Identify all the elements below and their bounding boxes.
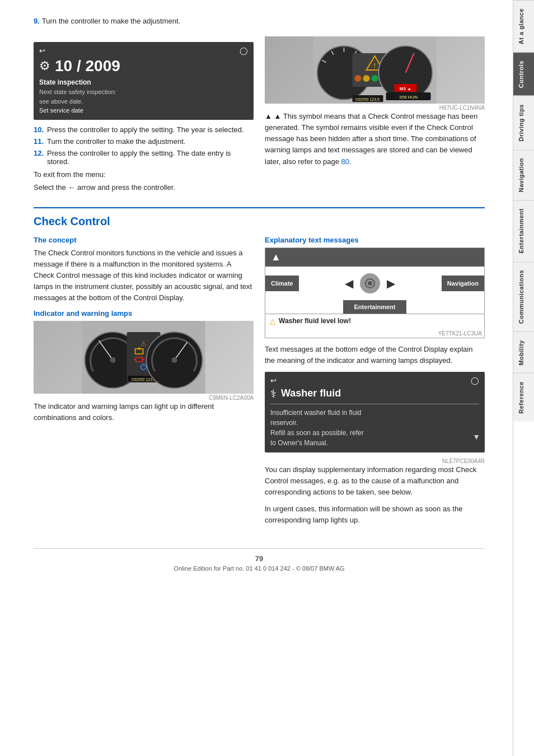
menu-dial-icon: ◯ — [240, 46, 248, 55]
control-display-note: YE7TK21-LC3UA — [265, 329, 484, 338]
washer-display-note: NLE7PCE00A4R — [265, 458, 485, 464]
step12-text: Press the controller to apply the settin… — [47, 149, 254, 166]
service-line-2: see above date. — [39, 97, 248, 106]
ctrl-entertainment-tab: Entertainment — [343, 300, 407, 314]
warning-triangle-symbol: ▲ — [265, 112, 274, 120]
explanatory-heading: Explanatory text messages — [265, 236, 485, 244]
page-number: 79 — [34, 554, 485, 563]
concept-text: The Check Control monitors functions in … — [34, 248, 254, 304]
page-ref-link[interactable]: 80 — [341, 157, 349, 166]
sidebar-tab-driving-tips[interactable]: Driving tips — [513, 96, 534, 150]
sidebar-tab-mobility[interactable]: Mobility — [513, 332, 534, 374]
cluster-caption-note: C9M6N-LC2A00A — [34, 395, 254, 401]
warning-bar-triangle-icon: △ — [270, 317, 275, 325]
warning-bar: △ Washer fluid level low! — [265, 314, 484, 328]
washer-line-3: Refill as soon as possible, refer — [270, 428, 479, 438]
cluster-image-note: H87UC-LC1N4NA — [265, 105, 485, 111]
step9-text: Turn the controller to make the adjustme… — [42, 17, 180, 25]
service-display: ↩ ◯ ⚙ 10 / 2009 State inspection Next st… — [34, 42, 254, 120]
step10-text: Press the controller to apply the settin… — [47, 125, 244, 134]
ctrl-center-icon — [360, 273, 380, 293]
svg-text:M3 ▲: M3 ▲ — [400, 86, 411, 91]
ctrl-right-arrow-icon: ▶ — [387, 277, 395, 290]
svg-point-42 — [368, 281, 372, 286]
ctrl-left-arrow-icon: ◀ — [345, 277, 353, 290]
washer-line-4: to Owner's Manual. — [270, 438, 479, 448]
svg-text:358 HUN: 358 HUN — [399, 95, 418, 100]
sidebar-tab-at-a-glance[interactable]: At a glance — [513, 0, 534, 52]
ctrl-up-arrow-icon: ▲ — [271, 251, 281, 263]
svg-text:032050  123.8: 032050 123.8 — [355, 97, 380, 101]
washer-display: ↩ ◯ ⚕ Washer fluid Insufficient washer f… — [265, 372, 485, 452]
ctrl-navigation-tab: Navigation — [442, 276, 484, 291]
washer-fluid-icon: ⚕ — [270, 387, 277, 400]
washer-line-1: Insufficient washer fluid in fluid — [270, 408, 479, 418]
section-divider — [34, 207, 485, 208]
service-wrench-icon: ⚙ — [39, 59, 50, 73]
svg-point-27 — [110, 357, 116, 363]
step11-text: Turn the controller to make the adjustme… — [47, 137, 185, 146]
control-display-image: ▲ Climate ◀ ▶ — [265, 248, 485, 338]
footer-text: Online Edition for Part no. 01 41 0 014 … — [34, 565, 485, 572]
warning-cluster-image: ! M3 ▲ — [265, 36, 485, 104]
explanatory-caption: Text messages at the bottom edge of the … — [265, 344, 485, 366]
warning-symbol-text: ▲ ▲ This symbol means that a Check Contr… — [265, 111, 485, 167]
step12-number: 12. — [34, 149, 45, 166]
step9-number: 9. — [34, 17, 40, 25]
washer-dial-icon: ◯ — [471, 376, 479, 385]
washer-line-2: reservoir. — [270, 418, 479, 428]
service-line-3: Set service date — [39, 106, 248, 115]
svg-text:032050  123.8: 032050 123.8 — [132, 377, 156, 381]
step11-number: 11. — [34, 137, 45, 146]
back-arrow-icon: ↩ — [39, 46, 45, 55]
washer-back-icon: ↩ — [270, 376, 277, 385]
steps-list: 10. Press the controller to apply the se… — [34, 125, 254, 166]
washer-title: Washer fluid — [281, 388, 341, 399]
service-line-1: Next state safety inspection: — [39, 87, 248, 97]
warning-bar-text: Washer fluid level low! — [279, 317, 351, 325]
svg-text:!: ! — [374, 63, 376, 69]
sidebar-tab-reference[interactable]: Reference — [513, 373, 534, 422]
svg-point-12 — [355, 75, 362, 82]
supplementary-text: You can display supplementary informatio… — [265, 464, 485, 498]
svg-text:⚠: ⚠ — [140, 340, 147, 348]
exit-detail: Select the ← arrow and press the control… — [34, 183, 254, 192]
svg-rect-31 — [138, 348, 140, 349]
sidebar-tab-navigation[interactable]: Navigation — [513, 150, 534, 200]
urgent-text: In urgent cases, this information will b… — [265, 503, 485, 526]
sidebar-tabs: At a glance Controls Driving tips Naviga… — [513, 0, 534, 756]
sidebar-tab-controls[interactable]: Controls — [513, 52, 534, 96]
step10-number: 10. — [34, 125, 45, 134]
service-year: 10 / 2009 — [55, 57, 120, 75]
ctrl-climate-tab: Climate — [265, 276, 299, 291]
service-label: State inspection — [39, 78, 248, 86]
indicator-lamps-heading: Indicator and warning lamps — [34, 309, 254, 318]
washer-scroll-arrow-icon: ▼ — [472, 432, 480, 441]
indicator-cluster-image: ⚠ 032050 123.8 — [34, 321, 254, 394]
page-footer: 79 Online Edition for Part no. 01 41 0 0… — [34, 548, 485, 572]
concept-heading: The concept — [34, 236, 254, 244]
sidebar-tab-communications[interactable]: Communications — [513, 262, 534, 332]
indicator-lamps-caption: The indicator and warning lamps can ligh… — [34, 401, 254, 423]
sidebar-tab-entertainment[interactable]: Entertainment — [513, 200, 534, 261]
check-control-title: Check Control — [34, 215, 485, 228]
svg-point-13 — [363, 75, 370, 82]
exit-text: To exit from the menu: — [34, 170, 254, 179]
svg-point-14 — [372, 75, 378, 82]
svg-point-40 — [172, 357, 177, 363]
